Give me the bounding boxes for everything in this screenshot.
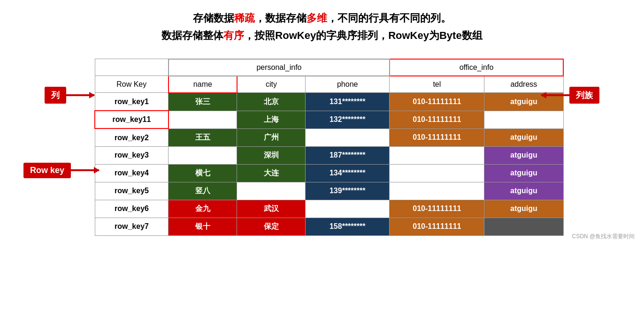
liezu-label-wrapper: 列族	[541, 87, 599, 104]
col-rowkey: Row Key	[95, 76, 169, 93]
group-office-cell: office_info	[390, 59, 563, 76]
title-line1: 存储数据稀疏，数据存储多维，不同的行具有不同的列。	[19, 9, 625, 27]
table-row: row_key4 横七 大连 134******** atguigu	[95, 164, 563, 182]
title-area: 存储数据稀疏，数据存储多维，不同的行具有不同的列。 数据存储整体有序，按照Row…	[19, 9, 625, 45]
rowkey-label-wrapper: Row key	[23, 163, 99, 178]
cell-phone	[306, 128, 390, 146]
cell-address: atguigu	[484, 146, 563, 164]
table-container: personal_info office_info Row Key name c…	[94, 59, 564, 236]
cell-key: row_key6	[95, 200, 169, 218]
cell-address: atguigu	[484, 164, 563, 182]
cell-city: 保定	[237, 218, 306, 235]
cell-phone	[306, 200, 390, 218]
cell-address: atguigu	[484, 200, 563, 218]
cell-tel: 010-11111111	[390, 111, 484, 128]
col-name: name	[169, 76, 237, 93]
cell-city	[237, 182, 306, 200]
cell-phone: 139********	[306, 182, 390, 200]
title-line2: 数据存储整体有序，按照RowKey的字典序排列，RowKey为Byte数组	[19, 27, 625, 44]
cell-address	[484, 111, 563, 128]
cell-tel	[390, 182, 484, 200]
lie-arrow	[66, 94, 94, 96]
table-row: row_key5 竖八 139******** atguigu	[95, 182, 563, 200]
cell-phone: 132********	[306, 111, 390, 128]
cell-address: atguigu	[484, 182, 563, 200]
liezu-label: 列族	[569, 87, 599, 104]
cell-city: 广州	[237, 128, 306, 146]
table-wrapper: 列 Row key 列族	[19, 59, 625, 236]
rowkey-label: Row key	[23, 163, 71, 178]
cell-city: 上海	[237, 111, 306, 128]
data-table: personal_info office_info Row Key name c…	[94, 59, 564, 236]
cell-tel: 010-11111111	[390, 93, 484, 111]
table-row: row_key7 银十 保定 158******** 010-11111111	[95, 218, 563, 235]
cell-address	[484, 218, 563, 235]
cell-key: row_key2	[95, 128, 169, 146]
cell-city: 深圳	[237, 146, 306, 164]
table-row: row_key1 张三 北京 131******** 010-11111111 …	[95, 93, 563, 111]
lie-label-wrapper: 列	[45, 87, 94, 104]
table-row: row_key6 金九 武汉 010-11111111 atguigu	[95, 200, 563, 218]
col-header-row: Row Key name city phone tel address	[95, 76, 563, 93]
group-personal-cell: personal_info	[169, 59, 390, 76]
cell-name: 王五	[169, 128, 237, 146]
cell-name: 张三	[169, 93, 237, 111]
cell-key: row_key3	[95, 146, 169, 164]
table-row: row_key2 王五 广州 010-11111111 atguigu	[95, 128, 563, 146]
cell-name: 竖八	[169, 182, 237, 200]
cell-city: 大连	[237, 164, 306, 182]
cell-phone: 187********	[306, 146, 390, 164]
cell-phone: 134********	[306, 164, 390, 182]
col-phone: phone	[306, 76, 390, 93]
cell-address: atguigu	[484, 128, 563, 146]
watermark: CSDN @鱼找水需要时间	[572, 233, 635, 241]
cell-key: row_key5	[95, 182, 169, 200]
lie-label: 列	[45, 87, 66, 104]
rowkey-arrow	[71, 169, 99, 171]
cell-key: row_key1	[95, 93, 169, 111]
cell-tel: 010-11111111	[390, 218, 484, 235]
cell-name: 银十	[169, 218, 237, 235]
liezu-arrow	[541, 94, 569, 96]
table-row: row_key3 深圳 187******** atguigu	[95, 146, 563, 164]
cell-tel: 010-11111111	[390, 128, 484, 146]
col-city: city	[237, 76, 306, 93]
group-header-row: personal_info office_info	[95, 59, 563, 76]
cell-key: row_key4	[95, 164, 169, 182]
cell-city: 武汉	[237, 200, 306, 218]
cell-name: 横七	[169, 164, 237, 182]
cell-key: row_key11	[95, 111, 169, 128]
cell-name	[169, 146, 237, 164]
cell-city: 北京	[237, 93, 306, 111]
cell-name	[169, 111, 237, 128]
cell-name: 金九	[169, 200, 237, 218]
table-row: row_key11 上海 132******** 010-11111111	[95, 111, 563, 128]
cell-tel	[390, 146, 484, 164]
cell-tel	[390, 164, 484, 182]
cell-phone: 158********	[306, 218, 390, 235]
cell-phone: 131********	[306, 93, 390, 111]
cell-tel: 010-11111111	[390, 200, 484, 218]
col-tel: tel	[390, 76, 484, 93]
main-container: 存储数据稀疏，数据存储多维，不同的行具有不同的列。 数据存储整体有序，按照Row…	[0, 0, 644, 245]
cell-key: row_key7	[95, 218, 169, 235]
group-rowkey-cell	[95, 59, 169, 76]
